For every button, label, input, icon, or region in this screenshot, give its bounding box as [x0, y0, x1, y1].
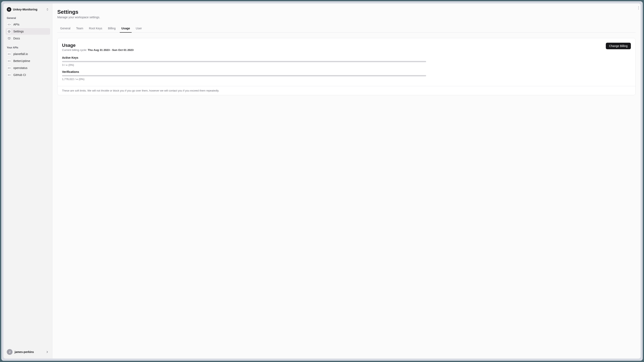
- sidebar-item-api-planetfall[interactable]: planetfall.io: [6, 51, 50, 57]
- sidebar-item-label: Settings: [13, 30, 24, 33]
- code-icon: [7, 22, 11, 27]
- usage-card-footer: These are soft limits. We will not throt…: [58, 86, 636, 95]
- usage-card: Usage Current billing cycle: Thu Aug 31 …: [57, 38, 636, 95]
- tab-root-keys[interactable]: Root Keys: [86, 25, 105, 32]
- settings-tabs: General Team Root Keys Billing Usage Use…: [57, 25, 636, 33]
- page-subtitle: Manage your workspace settings.: [57, 15, 636, 19]
- metric-value: 3 / ∞ (0%): [62, 63, 631, 66]
- section-label-your-apis: Your APIs: [6, 46, 50, 49]
- code-icon: [7, 59, 11, 63]
- metric-active-keys: Active Keys 3 / ∞ (0%): [62, 56, 631, 66]
- change-billing-button[interactable]: Change Billing: [606, 43, 631, 49]
- nav-section-general: General APIs Settings: [6, 17, 50, 42]
- tab-team[interactable]: Team: [73, 25, 86, 32]
- sidebar-item-api-openstatus[interactable]: openstatus: [6, 65, 50, 71]
- sidebar-item-label: BetterUptime: [13, 59, 30, 63]
- sidebar-item-label: APIs: [13, 23, 20, 26]
- workspace-avatar: U: [7, 7, 11, 12]
- metric-label: Active Keys: [62, 56, 631, 59]
- metric-value: 1,776,022 / ∞ (0%): [62, 77, 631, 81]
- section-label-general: General: [6, 17, 50, 19]
- sidebar-item-label: Docs: [13, 37, 20, 40]
- usage-card-title: Usage: [62, 43, 134, 48]
- tab-general[interactable]: General: [57, 25, 73, 32]
- sidebar-item-label: openstatus: [13, 66, 28, 69]
- svg-point-0: [8, 31, 9, 31]
- user-switcher[interactable]: J james-perkins: [6, 348, 50, 356]
- drag-handle-icon[interactable]: [638, 6, 639, 9]
- tab-user[interactable]: User: [133, 25, 145, 32]
- metric-label: Verifications: [62, 70, 631, 73]
- gear-icon: [7, 29, 11, 34]
- sidebar-item-api-github-ci[interactable]: GitHub CI: [6, 72, 50, 78]
- user-avatar: J: [7, 349, 12, 355]
- tab-billing[interactable]: Billing: [105, 25, 118, 32]
- sidebar-item-label: planetfall.io: [13, 52, 28, 56]
- chevron-right-icon: [46, 350, 49, 354]
- workspace-switcher[interactable]: U Unkey-Monitoring: [6, 6, 50, 12]
- progress-bar: [62, 61, 426, 62]
- billing-cycle-range: Thu Aug 31 2023 - Sun Oct 01 2023: [88, 48, 134, 51]
- sidebar-item-settings[interactable]: Settings: [6, 28, 50, 35]
- usage-card-subtitle: Current billing cycle: Thu Aug 31 2023 -…: [62, 48, 134, 51]
- tab-usage[interactable]: Usage: [118, 25, 133, 32]
- metric-verifications: Verifications 1,776,022 / ∞ (0%): [62, 70, 631, 81]
- main-content: Settings Manage your workspace settings.…: [52, 3, 640, 359]
- chevron-up-down-icon: [46, 8, 49, 11]
- nav-section-your-apis: Your APIs planetfall.io BetterUptime: [6, 46, 50, 78]
- progress-bar: [62, 75, 426, 76]
- code-icon: [7, 73, 11, 77]
- code-icon: [7, 66, 11, 70]
- code-icon: [7, 52, 11, 56]
- sidebar-item-apis[interactable]: APIs: [6, 21, 50, 28]
- sidebar-item-label: GitHub CI: [13, 73, 26, 76]
- sidebar: U Unkey-Monitoring General APIs Se: [4, 3, 52, 359]
- sidebar-item-docs[interactable]: Docs: [6, 35, 50, 42]
- user-name: james-perkins: [14, 350, 44, 354]
- workspace-name: Unkey-Monitoring: [13, 8, 44, 11]
- book-icon: [7, 36, 11, 41]
- sidebar-item-api-betteruptime[interactable]: BetterUptime: [6, 58, 50, 64]
- page-title: Settings: [57, 9, 636, 15]
- app-window: U Unkey-Monitoring General APIs Se: [3, 3, 641, 359]
